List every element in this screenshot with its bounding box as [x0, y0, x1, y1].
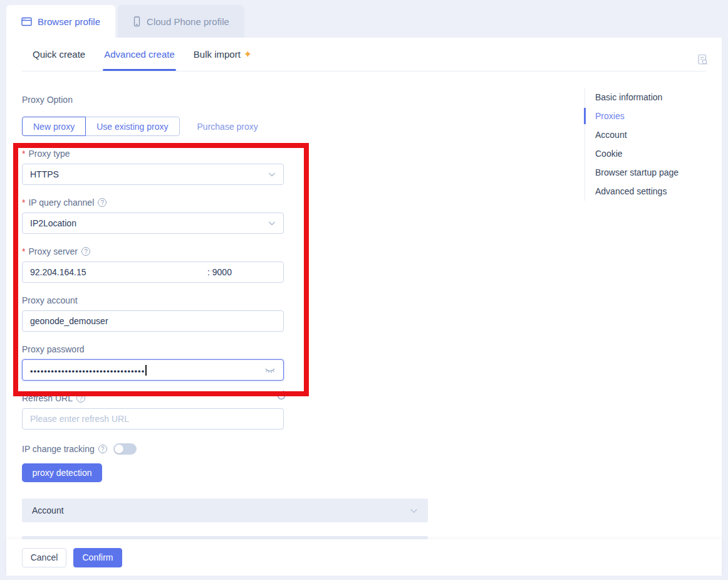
proxy-option-segmented: New proxy Use existing proxy Purchase pr…	[22, 117, 258, 136]
proxy-account-label-text: Proxy account	[22, 295, 78, 305]
proxy-account-label: Proxy account	[22, 295, 78, 305]
nav-cookie[interactable]: Cookie	[585, 144, 710, 163]
proxy-account-value: geonode_demouser	[30, 316, 108, 326]
account-section-label: Account	[32, 505, 64, 515]
nav-advanced-settings[interactable]: Advanced settings	[585, 182, 710, 201]
help-icon[interactable]: ?	[81, 247, 90, 256]
ip-query-channel-label: * IP query channel ?	[22, 198, 107, 208]
required-asterisk: *	[22, 198, 25, 208]
refresh-url-input[interactable]	[22, 408, 284, 430]
use-existing-proxy-button[interactable]: Use existing proxy	[85, 117, 179, 136]
toggle-knob	[115, 445, 123, 453]
chevron-down-icon	[268, 220, 276, 226]
section-nav: Basic information Proxies Account Cookie…	[585, 88, 710, 201]
chevron-down-icon	[410, 507, 418, 514]
proxy-type-value: HTTPS	[30, 169, 59, 179]
document-search-icon[interactable]	[697, 54, 708, 66]
proxy-server-input[interactable]: 92.204.164.15 : 9000	[22, 261, 284, 283]
proxy-account-input[interactable]: geonode_demouser	[22, 310, 284, 332]
proxy-password-masked-value: •••••••••••••••••••••••••••••••••	[30, 367, 145, 376]
refresh-url-label-text: Refresh URL	[22, 393, 73, 403]
chevron-down-icon	[268, 171, 276, 177]
proxy-detection-button[interactable]: proxy detection	[22, 463, 102, 482]
cancel-button[interactable]: Cancel	[22, 548, 66, 567]
phone-icon	[133, 16, 141, 27]
tab-browser-profile-label: Browser profile	[38, 16, 100, 27]
eye-closed-icon[interactable]	[264, 366, 276, 374]
purchase-proxy-link[interactable]: Purchase proxy	[197, 122, 258, 132]
account-section-header[interactable]: Account	[22, 498, 428, 522]
confirm-button[interactable]: Confirm	[73, 548, 122, 567]
help-icon[interactable]: ?	[98, 198, 107, 207]
tab-cloud-phone-profile[interactable]: Cloud Phone profile	[118, 5, 244, 38]
proxy-server-label: * Proxy server ?	[22, 246, 90, 256]
create-profile-panel: Quick create Advanced create Bulk import…	[6, 38, 722, 576]
use-existing-proxy-label: Use existing proxy	[96, 122, 168, 132]
proxy-type-label: * Proxy type	[22, 149, 70, 159]
proxy-option-label-text: Proxy Option	[22, 95, 73, 105]
refresh-url-label: Refresh URL ?	[22, 393, 85, 403]
required-asterisk: *	[22, 246, 25, 256]
required-asterisk: *	[22, 149, 25, 159]
nav-account[interactable]: Account	[585, 125, 710, 144]
new-proxy-button[interactable]: New proxy	[22, 117, 86, 136]
proxy-server-label-text: Proxy server	[28, 246, 78, 256]
tab-quick-create[interactable]: Quick create	[33, 38, 85, 71]
proxy-server-port-value[interactable]: : 9000	[207, 267, 232, 277]
browser-profile-create-page: { "tabs": { "browser_profile": "Browser …	[0, 0, 728, 580]
ip-query-channel-value: IP2Location	[30, 218, 76, 228]
proxy-password-input[interactable]: •••••••••••••••••••••••••••••••••	[22, 359, 284, 381]
proxy-type-select[interactable]: HTTPS	[22, 164, 284, 185]
profile-type-tabs: Browser profile Cloud Phone profile	[6, 5, 244, 38]
proxy-type-label-text: Proxy type	[28, 149, 70, 159]
proxy-password-label-text: Proxy password	[22, 344, 85, 354]
proxy-option-label: Proxy Option	[22, 95, 73, 105]
ip-change-tracking-toggle[interactable]	[113, 443, 137, 455]
tab-quick-create-label: Quick create	[33, 49, 85, 60]
new-proxy-label: New proxy	[33, 122, 75, 132]
tab-bulk-import-label: Bulk import	[194, 49, 241, 60]
tab-advanced-create-label: Advanced create	[104, 49, 175, 60]
nav-proxies[interactable]: Proxies	[585, 107, 710, 125]
nav-browser-startup-page[interactable]: Browser startup page	[585, 163, 710, 182]
tab-bulk-import[interactable]: Bulk import ✦	[194, 38, 252, 71]
ip-query-channel-select[interactable]: IP2Location	[22, 213, 284, 234]
sparkle-icon: ✦	[244, 50, 252, 60]
tab-browser-profile[interactable]: Browser profile	[6, 5, 115, 38]
ip-query-channel-label-text: IP query channel	[28, 198, 94, 208]
ip-change-tracking-row: IP change tracking ?	[22, 443, 137, 455]
refresh-icon[interactable]	[276, 390, 287, 401]
help-icon[interactable]: ?	[76, 394, 85, 403]
tab-cloud-phone-profile-label: Cloud Phone profile	[147, 16, 229, 27]
form-footer: Cancel Confirm	[6, 539, 722, 576]
text-cursor	[145, 365, 147, 376]
help-icon[interactable]: ?	[98, 445, 107, 453]
proxy-password-label: Proxy password	[22, 344, 85, 354]
tab-advanced-create[interactable]: Advanced create	[104, 38, 175, 71]
create-mode-tabs: Quick create Advanced create Bulk import…	[22, 38, 706, 71]
ip-change-tracking-label: IP change tracking	[22, 444, 95, 454]
browser-window-icon	[21, 17, 32, 26]
nav-basic-information[interactable]: Basic information	[585, 88, 710, 107]
purchase-proxy-label: Purchase proxy	[197, 122, 258, 132]
proxy-server-host-value: 92.204.164.15	[30, 267, 86, 277]
